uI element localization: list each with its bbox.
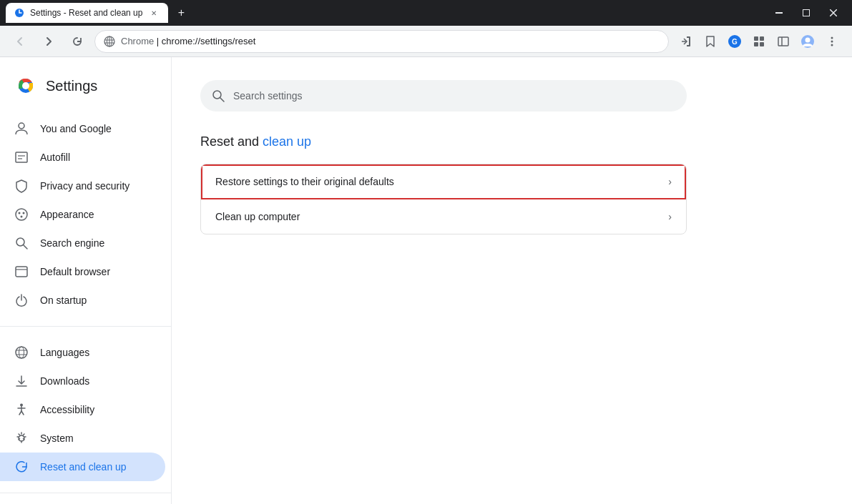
sidebar-label-autofill: Autofill: [40, 152, 70, 163]
refresh-button[interactable]: [66, 30, 89, 53]
clean-up-computer-text: Clean up computer: [215, 211, 668, 222]
page-title-link: clean up: [263, 134, 311, 149]
download-icon: [14, 374, 29, 388]
svg-point-31: [16, 209, 27, 220]
sidebar-divider: [0, 326, 171, 327]
svg-rect-17: [778, 37, 788, 46]
sidebar-item-reset-clean-up[interactable]: Reset and clean up: [0, 453, 165, 481]
window-controls: [766, 3, 846, 23]
autofill-icon: [14, 150, 29, 164]
sidebar-toggle-button[interactable]: [772, 30, 795, 53]
settings-title: Settings: [46, 78, 97, 94]
svg-line-52: [220, 98, 224, 102]
svg-rect-1: [775, 12, 783, 14]
svg-rect-37: [16, 267, 27, 277]
search-engine-icon: [14, 236, 29, 250]
svg-rect-28: [16, 152, 27, 162]
forward-button[interactable]: [37, 30, 60, 53]
svg-point-20: [806, 37, 811, 42]
power-icon: [14, 293, 29, 307]
close-button[interactable]: [821, 3, 846, 23]
svg-point-35: [16, 238, 24, 246]
sidebar-advanced-section: Languages Downloads Accessibility: [0, 332, 171, 487]
google-account-button[interactable]: G: [723, 30, 746, 53]
sidebar-main-section: You and Google Autofill Privacy and secu…: [0, 109, 171, 320]
clean-up-computer-row[interactable]: Clean up computer ›: [201, 199, 686, 234]
address-chrome: Chrome: [121, 36, 154, 46]
sidebar-label-appearance: Appearance: [40, 209, 94, 220]
sidebar-item-downloads[interactable]: Downloads: [0, 367, 165, 395]
browser-icon: [14, 265, 29, 279]
restore-settings-arrow: ›: [668, 176, 672, 187]
sidebar-label-reset-clean-up: Reset and clean up: [40, 461, 127, 473]
sidebar: Settings You and Google Autofill: [0, 57, 172, 504]
main-content: Settings You and Google Autofill: [0, 57, 852, 504]
sidebar-item-on-startup[interactable]: On startup: [0, 286, 165, 315]
sidebar-item-appearance[interactable]: Appearance: [0, 200, 165, 229]
svg-point-21: [831, 36, 833, 39]
svg-line-49: [21, 411, 24, 415]
address-path: chrome://settings/reset: [162, 36, 256, 46]
bookmark-button[interactable]: [699, 30, 722, 53]
toolbar-actions: G: [675, 30, 843, 53]
svg-point-41: [19, 347, 24, 358]
sidebar-item-extensions[interactable]: Extensions: [0, 499, 165, 504]
sidebar-item-privacy-security[interactable]: Privacy and security: [0, 172, 165, 200]
svg-point-26: [22, 82, 29, 89]
reset-icon: [14, 460, 29, 474]
page-title: Reset and clean up: [200, 134, 823, 149]
title-bar: Settings - Reset and clean up ✕ +: [0, 0, 852, 26]
tab-close-button[interactable]: ✕: [148, 7, 160, 19]
sidebar-label-default-browser: Default browser: [40, 266, 110, 277]
search-bar[interactable]: Search settings: [200, 80, 687, 112]
back-button[interactable]: [9, 30, 31, 53]
sidebar-item-search-engine[interactable]: Search engine: [0, 229, 165, 257]
more-menu-button[interactable]: [821, 30, 843, 53]
profile-button[interactable]: [796, 30, 819, 53]
svg-rect-13: [754, 36, 758, 41]
sidebar-divider-2: [0, 493, 171, 493]
svg-rect-14: [760, 36, 764, 41]
site-icon: [104, 36, 115, 47]
restore-settings-row[interactable]: Restore settings to their original defau…: [201, 164, 686, 199]
sidebar-label-you-and-google: You and Google: [40, 123, 112, 134]
svg-rect-16: [760, 42, 764, 46]
svg-point-40: [16, 347, 27, 358]
svg-rect-2: [803, 10, 810, 16]
sidebar-item-default-browser[interactable]: Default browser: [0, 257, 165, 286]
chrome-logo: [14, 74, 37, 97]
svg-point-33: [23, 212, 25, 214]
accessibility-icon: [14, 402, 29, 417]
maximize-button[interactable]: [793, 3, 819, 23]
browser-frame: Settings - Reset and clean up ✕ +: [0, 0, 852, 504]
address-bar[interactable]: Chrome | chrome://settings/reset: [94, 30, 669, 53]
minimize-button[interactable]: [766, 3, 792, 23]
svg-line-36: [24, 245, 27, 249]
sidebar-item-languages[interactable]: Languages: [0, 338, 165, 367]
sidebar-label-search-engine: Search engine: [40, 237, 104, 249]
svg-point-27: [19, 123, 24, 129]
page-title-plain: Reset and: [200, 134, 263, 149]
sidebar-label-accessibility: Accessibility: [40, 404, 94, 415]
extensions-button[interactable]: [748, 30, 770, 53]
svg-point-34: [21, 216, 23, 218]
system-icon: [14, 431, 29, 445]
search-icon: [212, 89, 225, 102]
svg-point-32: [19, 212, 21, 214]
tab-favicon: [14, 8, 24, 18]
person-icon: [14, 122, 29, 136]
new-tab-button[interactable]: +: [171, 3, 191, 23]
sidebar-label-languages: Languages: [40, 347, 89, 358]
svg-point-23: [831, 44, 833, 46]
sidebar-item-autofill[interactable]: Autofill: [0, 143, 165, 172]
sidebar-header: Settings: [0, 63, 171, 109]
sidebar-item-you-and-google[interactable]: You and Google: [0, 114, 165, 143]
sidebar-item-accessibility[interactable]: Accessibility: [0, 395, 165, 424]
active-tab[interactable]: Settings - Reset and clean up ✕: [6, 3, 168, 23]
sidebar-item-system[interactable]: System: [0, 424, 165, 453]
sidebar-label-on-startup: On startup: [40, 295, 87, 306]
address-text: Chrome | chrome://settings/reset: [121, 36, 660, 46]
search-placeholder: Search settings: [233, 90, 303, 102]
share-button[interactable]: [675, 30, 697, 53]
svg-rect-15: [754, 42, 758, 46]
